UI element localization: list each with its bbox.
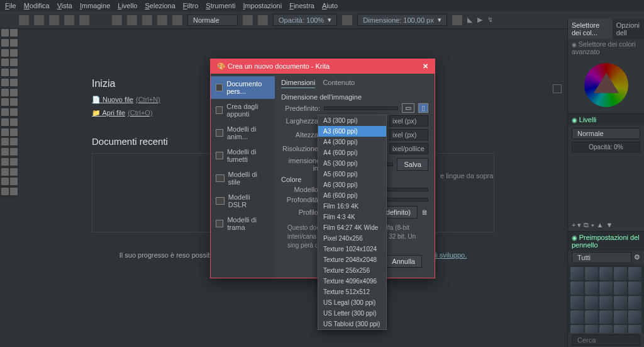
- brush-preset-6[interactable]: [585, 282, 598, 295]
- brush-preset-22[interactable]: [599, 325, 613, 334]
- preset-option[interactable]: Texture 1024x1024: [318, 244, 386, 254]
- brush-size-slider[interactable]: Dimensione: 100,00 px▾: [357, 14, 447, 26]
- tool-15[interactable]: [10, 98, 18, 106]
- tab-color-selector[interactable]: Selettore dei col...: [568, 19, 613, 39]
- height-unit[interactable]: ixel (px): [389, 129, 428, 140]
- brush-preset-17[interactable]: [599, 310, 613, 324]
- tab-tool-options[interactable]: Opzioni dell: [613, 19, 644, 39]
- pattern-icon[interactable]: [127, 15, 137, 25]
- save-icon[interactable]: [49, 15, 59, 25]
- layer-opacity[interactable]: Opacità: 0%: [572, 142, 640, 152]
- tool-7[interactable]: [10, 59, 18, 66]
- tool-2[interactable]: [1, 39, 9, 47]
- blend-mode-select[interactable]: Normale: [187, 14, 238, 26]
- brush-preset-19[interactable]: [628, 310, 641, 324]
- wrap-icon[interactable]: ↯: [487, 16, 493, 24]
- brush-search[interactable]: [572, 334, 640, 346]
- tool-8[interactable]: [1, 69, 9, 76]
- preset-select[interactable]: [324, 106, 398, 110]
- brush-tag-menu-icon[interactable]: ⚙: [634, 253, 640, 261]
- tool-3[interactable]: [10, 39, 18, 47]
- orient-landscape-icon[interactable]: ▭: [402, 103, 414, 113]
- tool-23[interactable]: [10, 138, 18, 145]
- dup-layer-icon[interactable]: ⧉ ▾: [584, 221, 594, 229]
- fg-bg-icon[interactable]: [142, 15, 152, 25]
- move-down-icon[interactable]: ▼: [606, 221, 613, 229]
- orient-portrait-icon[interactable]: ▯: [418, 103, 428, 113]
- menu-vista[interactable]: Vista: [57, 2, 72, 9]
- tool-21[interactable]: [10, 128, 18, 136]
- preset-option[interactable]: A6 (600 ppi): [318, 190, 386, 201]
- menu-aiuto[interactable]: Aiuto: [322, 2, 338, 9]
- brush-preset-16[interactable]: [585, 310, 598, 324]
- tool-25[interactable]: [10, 148, 18, 156]
- preset-option[interactable]: Film 64:27 4K Wide: [318, 222, 386, 233]
- brush-preset-0[interactable]: [570, 267, 584, 280]
- size-pressure-icon[interactable]: [452, 15, 462, 25]
- brush-presets-header[interactable]: ◉ Preimpostazioni del pennello: [568, 231, 644, 251]
- tool-17[interactable]: [10, 108, 18, 116]
- cancel-button[interactable]: Annulla: [385, 255, 422, 268]
- layers-panel-header[interactable]: ◉ Livelli: [568, 113, 644, 125]
- close-icon[interactable]: ✕: [423, 62, 428, 71]
- profile-info-icon[interactable]: 🗎: [421, 208, 428, 216]
- preset-option[interactable]: Film 16:9 4K: [318, 201, 386, 212]
- tool-1[interactable]: [10, 29, 18, 37]
- preset-option[interactable]: Film 4:3 4K: [318, 212, 386, 222]
- grid-icon[interactable]: [172, 15, 182, 25]
- tool-11[interactable]: [10, 79, 18, 86]
- preset-option[interactable]: A4 (300 ppi): [318, 137, 386, 147]
- tool-24[interactable]: [1, 148, 9, 156]
- tool-14[interactable]: [1, 98, 9, 106]
- brush-preset-15[interactable]: [570, 310, 584, 324]
- add-layer-icon[interactable]: + ▾: [572, 221, 581, 229]
- tool-16[interactable]: [1, 108, 9, 116]
- tool-19[interactable]: [10, 118, 18, 126]
- tool-10[interactable]: [1, 79, 9, 86]
- preset-option[interactable]: A3 (300 ppi): [318, 115, 386, 126]
- tool-5[interactable]: [10, 49, 18, 57]
- tool-22[interactable]: [1, 138, 9, 145]
- menu-file[interactable]: File: [5, 2, 16, 9]
- brush-preset-5[interactable]: [570, 282, 584, 295]
- tool-9[interactable]: [10, 69, 18, 76]
- brush-preset-11[interactable]: [585, 296, 598, 309]
- brush-preset-8[interactable]: [614, 282, 627, 295]
- mirror-v-icon[interactable]: ▶: [477, 16, 482, 24]
- tool-33[interactable]: [10, 188, 18, 195]
- preset-option[interactable]: Texture 512x512: [318, 287, 386, 297]
- preset-option[interactable]: US Letter (300 ppi): [318, 308, 386, 319]
- brush-tag-select[interactable]: Tutti: [572, 252, 631, 263]
- tab-dimensions[interactable]: Dimensioni: [281, 79, 315, 88]
- tool-27[interactable]: [10, 158, 18, 166]
- save-preset-button[interactable]: Salva: [397, 158, 428, 171]
- brush-preset-3[interactable]: [614, 267, 627, 280]
- brush-preset-24[interactable]: [628, 325, 641, 334]
- brush-preset-9[interactable]: [628, 282, 641, 295]
- color-wheel[interactable]: [568, 57, 644, 113]
- undo-icon[interactable]: [64, 15, 74, 25]
- sidebar-item-4[interactable]: Modelli di stile: [211, 167, 275, 190]
- tool-26[interactable]: [1, 158, 9, 166]
- brush-preset-23[interactable]: [614, 325, 627, 334]
- tool-18[interactable]: [1, 118, 9, 126]
- dialog-titlebar[interactable]: 🎨 Crea un nuovo documento - Krita ✕: [211, 59, 435, 74]
- brush-preset-7[interactable]: [599, 282, 613, 295]
- tab-content[interactable]: Contenuto: [323, 79, 355, 88]
- list-icon[interactable]: [553, 84, 562, 93]
- tool-30[interactable]: [1, 178, 9, 185]
- resolution-unit[interactable]: ixel/pollice: [389, 143, 428, 154]
- move-up-icon[interactable]: ▲: [597, 221, 604, 229]
- tool-29[interactable]: [10, 168, 18, 176]
- tool-4[interactable]: [1, 49, 9, 57]
- preset-option[interactable]: A3 (600 ppi): [318, 126, 386, 137]
- layer-blend-select[interactable]: Normale: [572, 128, 640, 139]
- menu-finestra[interactable]: Finestra: [289, 2, 314, 9]
- menu-modifica[interactable]: Modifica: [24, 2, 50, 9]
- tool-0[interactable]: [1, 29, 9, 37]
- preset-option[interactable]: A6 (300 ppi): [318, 179, 386, 190]
- preset-option[interactable]: Texture 256x256: [318, 265, 386, 276]
- brush-preset-18[interactable]: [614, 310, 627, 324]
- brush-preset-12[interactable]: [599, 296, 613, 309]
- opacity-slider[interactable]: Opacità: 100%▾: [273, 14, 337, 26]
